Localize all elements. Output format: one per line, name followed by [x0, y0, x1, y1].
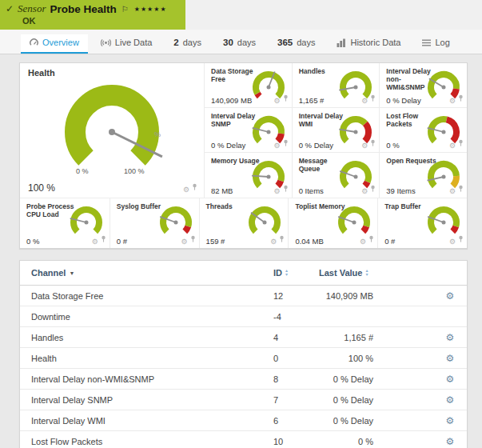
table-row[interactable]: Interval Delay WMI60 % Delay⚙ [20, 410, 467, 431]
tab-bar: OverviewLive Data2days30days365daysHisto… [0, 30, 482, 54]
table-row[interactable]: Handles41,165 #⚙ [20, 327, 467, 348]
pin-icon[interactable] [458, 135, 464, 150]
pin-icon[interactable] [370, 90, 376, 105]
gauge-tile[interactable]: Toplist Memory0.04 MB⚙ [288, 198, 377, 248]
pin-icon[interactable] [370, 181, 376, 195]
table-row[interactable]: Data Storage Free12140,909 MB⚙ [20, 286, 467, 306]
cell-channel[interactable]: Lost Flow Packets [20, 437, 263, 446]
pin-icon[interactable] [283, 135, 289, 150]
table-row[interactable]: Health0100 %⚙ [20, 348, 467, 369]
gear-icon[interactable]: ⚙ [92, 238, 98, 246]
channel-settings-gear-icon[interactable]: ⚙ [446, 374, 455, 385]
gauge-value: 0 # [117, 237, 127, 246]
gauge-unit-label: % [154, 130, 161, 138]
tab-live-data[interactable]: Live Data [92, 34, 161, 54]
pin-icon[interactable] [458, 231, 464, 246]
column-header-last-value[interactable]: Last Value ▴▾ [319, 268, 376, 278]
live-icon [101, 38, 111, 47]
gauge-value: 39 Items [386, 186, 415, 195]
pin-icon[interactable] [101, 231, 106, 246]
cell-id: 6 [263, 416, 319, 426]
gauge-tile[interactable]: Probe Process CPU Load0 %⚙ [20, 198, 110, 248]
cell-last-value: 1,165 # [319, 333, 376, 342]
gauge-tile[interactable]: Trap Buffer0 #⚙ [377, 198, 467, 248]
gauge-tile[interactable]: Interval Delay WMI0 % Delay⚙ [292, 108, 380, 153]
gauge-tile[interactable]: Interval Delay SNMP0 % Delay⚙ [204, 108, 292, 153]
cell-channel[interactable]: Interval Delay WMI [20, 416, 263, 426]
tab-historic-data[interactable]: Historic Data [328, 34, 409, 54]
gauge-value: 82 MB [211, 186, 233, 195]
column-label: Last Value [319, 268, 362, 278]
star-rating[interactable]: ★★★★★ [134, 6, 167, 13]
gear-icon[interactable]: ⚙ [361, 142, 368, 150]
cell-channel[interactable]: Interval Delay non-WMI&SNMP [20, 374, 263, 384]
gauge-value: 0 % Delay [386, 96, 420, 105]
pin-icon[interactable] [192, 179, 197, 194]
channel-settings-gear-icon[interactable]: ⚙ [446, 290, 455, 302]
gauge-tile[interactable]: Open Requests39 Items⚙ [379, 153, 467, 198]
table-row[interactable]: Interval Delay non-WMI&SNMP80 % Delay⚙ [20, 369, 467, 390]
table-row[interactable]: Downtime-4 [20, 306, 467, 327]
gear-icon[interactable]: ⚙ [270, 238, 277, 246]
channel-settings-gear-icon[interactable]: ⚙ [446, 436, 455, 447]
pin-icon[interactable] [283, 181, 289, 195]
pin-icon[interactable] [368, 231, 374, 246]
gear-icon[interactable]: ⚙ [181, 238, 188, 246]
gear-icon[interactable]: ⚙ [449, 98, 456, 105]
cell-last-value: 0 % [319, 437, 376, 446]
gear-icon[interactable]: ⚙ [361, 188, 368, 195]
priority-flag-icon[interactable]: ⚐ [121, 5, 129, 14]
cell-channel[interactable]: Handles [20, 333, 263, 342]
sensor-kind-label: Sensor [18, 2, 46, 15]
gauge-tile[interactable]: Lost Flow Packets0 %⚙ [379, 108, 467, 153]
pin-icon[interactable] [279, 231, 285, 246]
tab-2-days[interactable]: 2days [165, 34, 210, 54]
tab-log[interactable]: Log [413, 34, 458, 54]
pin-icon[interactable] [190, 231, 196, 246]
gear-icon[interactable]: ⚙ [360, 238, 366, 246]
sensor-status-block: ✓ Sensor Probe Health ⚐ ★★★★★ OK [0, 0, 185, 30]
channel-settings-gear-icon[interactable]: ⚙ [446, 332, 455, 343]
tab-number: 365 [277, 38, 293, 47]
channel-settings-gear-icon[interactable]: ⚙ [446, 353, 455, 364]
gauge-tile[interactable]: Message Queue0 Items⚙ [292, 153, 380, 198]
pin-icon[interactable] [458, 181, 464, 195]
channel-settings-gear-icon[interactable]: ⚙ [446, 415, 455, 426]
gear-icon[interactable]: ⚙ [183, 186, 189, 194]
tab-number: 2 [173, 38, 178, 47]
cell-id: 0 [263, 354, 319, 363]
tab-30-days[interactable]: 30days [214, 34, 265, 54]
gauge-tile[interactable]: Threads159 #⚙ [199, 198, 289, 248]
gear-icon[interactable]: ⚙ [449, 188, 456, 195]
cell-channel[interactable]: Interval Delay SNMP [20, 395, 263, 405]
pin-icon[interactable] [283, 90, 289, 105]
channel-settings-gear-icon[interactable]: ⚙ [446, 394, 455, 406]
health-gauge-tile[interactable]: Health 0 % 100 % % 100 % ⚙ [20, 63, 204, 198]
cell-last-value: 0 % Delay [319, 374, 376, 384]
gauge-bottom-row: Probe Process CPU Load0 %⚙Syslog Buffer0… [20, 198, 467, 248]
gear-icon[interactable]: ⚙ [274, 142, 281, 150]
gear-icon[interactable]: ⚙ [361, 98, 368, 105]
gear-icon[interactable]: ⚙ [274, 98, 281, 105]
pin-icon[interactable] [458, 90, 464, 105]
gauge-tile[interactable]: Handles1,165 #⚙ [292, 63, 380, 108]
tab-overview[interactable]: Overview [21, 34, 88, 54]
gear-icon[interactable]: ⚙ [449, 238, 456, 246]
gauge-tile[interactable]: Memory Usage82 MB⚙ [204, 153, 292, 198]
column-header-id[interactable]: ID ▴▾ [263, 268, 319, 278]
gear-icon[interactable]: ⚙ [274, 188, 281, 195]
cell-channel[interactable]: Data Storage Free [20, 291, 263, 301]
pin-icon[interactable] [370, 135, 376, 150]
chart-icon [337, 38, 346, 47]
overview-panel: Health 0 % 100 % % 100 % ⚙ Data Storage … [19, 62, 468, 249]
gauge-tile[interactable]: Interval Delay non-WMI&SNMP0 % Delay⚙ [379, 63, 467, 108]
cell-channel[interactable]: Downtime [20, 312, 263, 322]
table-row[interactable]: Lost Flow Packets100 %⚙ [20, 431, 467, 448]
cell-channel[interactable]: Health [20, 354, 263, 363]
column-header-channel[interactable]: Channel ▼ [20, 268, 263, 278]
table-row[interactable]: Interval Delay SNMP70 % Delay⚙ [20, 390, 467, 410]
tab-365-days[interactable]: 365days [269, 34, 324, 54]
gauge-tile[interactable]: Syslog Buffer0 #⚙ [110, 198, 199, 248]
gear-icon[interactable]: ⚙ [449, 142, 456, 150]
gauge-tile[interactable]: Data Storage Free140,909 MB⚙ [204, 63, 292, 108]
